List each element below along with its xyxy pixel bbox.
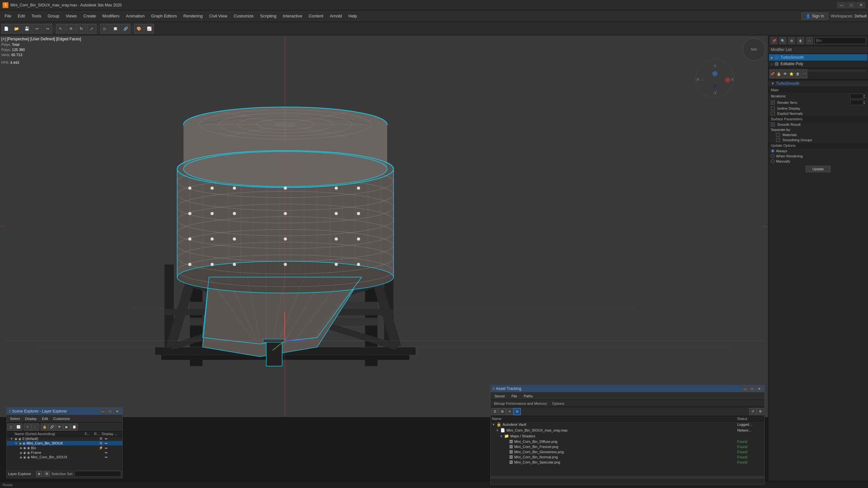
se-layer-btn[interactable]: 📋 [71,423,78,431]
se-footer-btn1[interactable]: ◈ [36,471,42,477]
undo-button[interactable]: ↩ [32,24,42,34]
ts-render-down[interactable]: ▼ [863,103,865,105]
se-close-button[interactable]: ✕ [114,409,120,414]
pin-mod-button[interactable]: 📌 [770,69,775,78]
close-button[interactable]: ✕ [857,2,865,8]
at-grid-btn[interactable]: ⊞ [499,408,506,415]
viewport-button[interactable]: 🔲 [111,24,120,34]
maximize-button[interactable]: □ [847,2,856,8]
se-row-default-layer[interactable]: ▼ ◉ ◉ 0 (default) R ▪▪ [7,436,122,441]
se-collapse-default[interactable]: ▼ [10,437,14,441]
settings-button[interactable]: ⚙ [788,37,795,44]
at-refresh-btn[interactable]: ↺ [749,408,756,415]
at-sub-bitmap[interactable]: Bitmap Performance and Memory [491,401,549,406]
at-maps-expand[interactable]: ▼ [500,434,504,438]
at-menu-file[interactable]: File [508,393,520,399]
trash-mod-button[interactable]: 🗑 [795,69,801,78]
at-row-fresnel[interactable]: 🖼 Mini_Corn_Bin_Fresnel.png Found [491,444,764,449]
menu-customize[interactable]: Customize [230,10,257,22]
save-button[interactable]: 💾 [22,24,32,34]
se-visible-btn[interactable]: 👁 [56,423,63,431]
se-maximize-button[interactable]: □ [107,409,113,414]
at-row-maps[interactable]: ▼ 📁 Maps / Shaders [491,433,764,439]
minimize-button[interactable]: — [837,2,846,8]
ts-render-up[interactable]: ▲ [863,100,865,103]
se-link-btn[interactable]: 🔗 [49,423,56,431]
se-render-btn[interactable]: ▶ [63,423,70,431]
select-button[interactable]: ↖ [56,24,65,34]
menu-file[interactable]: File [1,10,14,22]
at-detail-btn[interactable]: ≡ [506,408,513,415]
se-select-none-btn[interactable]: ⬜ [15,423,22,431]
at-maximize-button[interactable]: □ [749,386,755,391]
delete-button[interactable]: 🗑 [797,37,804,44]
editable-poly-modifier[interactable]: ▷ Editable Poly [769,61,867,67]
menu-interactive[interactable]: Interactive [280,10,305,22]
se-select-all-btn[interactable]: ◻ [7,423,14,431]
ts-up-arrow[interactable]: ▲ [863,94,865,96]
ts-down-arrow[interactable]: ▼ [863,96,865,98]
ts-iterations-spinbtn[interactable]: 0 ▲ ▼ [850,94,865,99]
se-selection-set-input[interactable] [74,471,121,477]
at-close-button[interactable]: ✕ [756,386,763,391]
se-menu-select[interactable]: Select [7,416,23,421]
ts-manually-radio[interactable] [771,159,775,163]
menu-scripting[interactable]: Scripting [257,10,280,22]
ts-smooth-result-checkbox[interactable] [771,123,775,126]
scale-button[interactable]: ⤢ [87,24,96,34]
ts-render-iters-input[interactable]: 2 [850,100,863,105]
menu-civil-view[interactable]: Civil View [206,10,230,22]
se-row-mini-sub[interactable]: ◆ ◉ ◉ Mini_Corn_Bin_SIOUX ▪▪ [7,455,122,459]
at-vault-expand[interactable]: ▼ [492,423,496,426]
rotate-button[interactable]: ↻ [76,24,86,34]
se-row-bin[interactable]: ◆ ◉ ◉ Bin ⚡ ▪▪ [7,446,122,450]
ts-render-iters-checkbox[interactable] [771,101,775,104]
more-mod-button[interactable]: ⋯ [802,69,807,78]
ts-always-radio[interactable] [771,149,775,153]
redo-button[interactable]: ↪ [42,24,52,34]
at-row-specular[interactable]: 🖼 Mini_Corn_Bin_Specular.png Found [491,460,764,465]
menu-modifiers[interactable]: Modifiers [99,10,123,22]
new-button[interactable]: 📄 [1,24,11,34]
pin-button[interactable]: 📌 [770,37,778,44]
at-sub-options[interactable]: Options [549,401,567,406]
menu-arnold[interactable]: Arnold [327,10,345,22]
at-minimize-button[interactable]: — [742,386,748,391]
se-menu-edit[interactable]: Edit [39,416,51,421]
at-list-btn[interactable]: ☰ [491,408,498,415]
menu-graph-editors[interactable]: Graph Editors [148,10,180,22]
filter-button[interactable]: 🔍 [779,37,786,44]
se-footer-btn2[interactable]: ⊞ [43,471,50,477]
ts-iterations-input[interactable]: 0 [850,94,863,99]
at-row-maxfile[interactable]: ▼ 📄 Mini_Corn_Bin_SIOUX_max_vray.max Net… [491,427,764,433]
lock-mod-button[interactable]: 🔒 [776,69,782,78]
se-collapse-btn[interactable]: - [32,423,39,431]
at-row-vault[interactable]: ▼ 🔒 Autodesk Vault Logged... [491,422,764,427]
ts-section-header[interactable]: ▼ TurboSmooth [768,80,868,87]
at-row-normal[interactable]: 🖼 Mini_Corn_Bin_Normal.png Found [491,454,764,460]
menu-content[interactable]: Content [305,10,327,22]
menu-animation[interactable]: Animation [123,10,148,22]
at-menu-server[interactable]: Server [491,393,508,399]
sign-in-button[interactable]: 👤 Sign In [802,12,828,20]
at-menu-paths[interactable]: Paths [520,393,536,399]
at-row-gloss[interactable]: 🖼 Mini_Corn_Bin_Glossiness.png Found [491,449,764,454]
at-row-diffuse[interactable]: 🖼 Mini_Corn_Bin_Diffuse.png Found [491,439,764,444]
menu-edit[interactable]: Edit [14,10,28,22]
menu-group[interactable]: Group [44,10,63,22]
ts-explicit-checkbox[interactable] [771,111,775,116]
turbosmooth-modifier[interactable]: ▶ TurboSmooth [769,54,867,61]
se-minimize-button[interactable]: — [100,409,106,414]
menu-tools[interactable]: Tools [28,10,44,22]
curve-editor[interactable]: 📈 [144,24,154,34]
ts-update-button[interactable]: Update [806,166,831,172]
menu-help[interactable]: Help [345,10,360,22]
render-button[interactable]: ▷ [100,24,110,34]
se-menu-display[interactable]: Display [23,416,39,421]
ts-materials-checkbox[interactable] [776,133,780,137]
se-row-frame[interactable]: ◆ ◉ ◉ Frame ▪▪ [7,450,122,455]
move-button[interactable]: ✛ [66,24,76,34]
se-lock-btn[interactable]: 🔒 [41,423,48,431]
nav-cube[interactable]: NAV [743,38,765,61]
se-row-mini-corn-bin[interactable]: ▼ ◆ ◉ Mini_Corn_Bin_SIOUX R ▪▪ [7,441,122,446]
